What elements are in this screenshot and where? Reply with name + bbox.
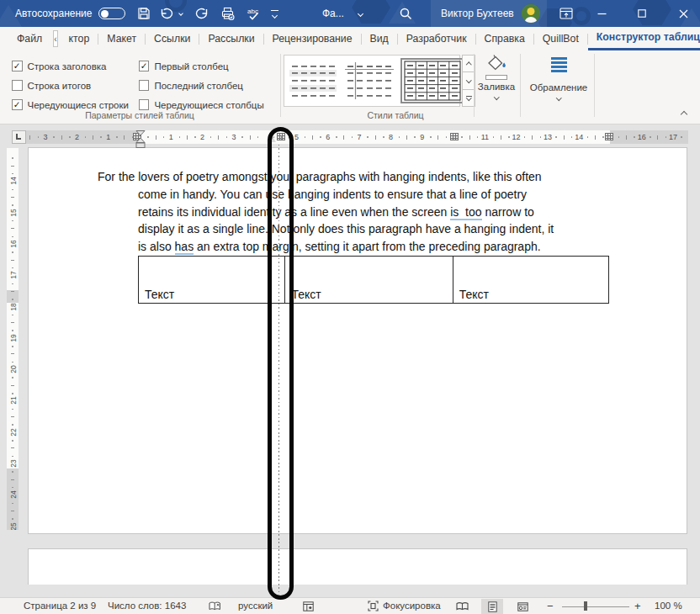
ruler-dot [12,283,13,285]
ribbon-display-button[interactable] [554,0,579,27]
ruler-tick [406,135,407,140]
more-commands-button[interactable] [267,0,282,27]
tab-разработчик[interactable]: Разработчик [398,27,475,50]
table-cell-text: Текст [459,288,489,301]
proofing-errors-button[interactable] [209,601,221,614]
undo-dropdown[interactable] [176,0,186,27]
tab-quillbot[interactable]: QuillBot [534,27,587,50]
read-mode-button[interactable] [451,599,473,614]
left-indent-marker[interactable] [136,143,145,148]
ruler-dot [414,136,416,138]
web-layout-button[interactable] [512,599,533,614]
annotation-highlight-oval [268,127,294,600]
doc-table[interactable]: ТекстТекстТекст [138,256,609,304]
paragraph[interactable]: For the lovers of poetry amongst you, pa… [29,168,688,256]
search-icon [399,7,413,21]
ribbon: ✓Строка заголовкаСтрока итогов✓Чередующи… [0,50,700,124]
focus-label[interactable]: Фокусировка [383,598,441,614]
ruler-dot [12,377,13,378]
minimize-button[interactable] [589,0,614,27]
ruler-dot [602,136,604,138]
page-indicator[interactable]: Страница 2 из 9 [24,598,96,614]
word-count[interactable]: Число слов: 1643 [108,598,186,614]
style-option-checkbox[interactable]: ✓Первый столбец [139,56,264,76]
style-option-checkbox[interactable]: Строка итогов [12,76,129,95]
print-layout-button[interactable] [481,599,503,614]
print-preview-button[interactable] [216,0,238,27]
text-segment: display it as a single line. Not only do… [138,222,554,236]
bottom-margin-band[interactable] [7,468,19,530]
hanging-indent-marker[interactable] [136,138,145,143]
tab-рассылки[interactable]: Рассылки [199,27,262,50]
table-column-marker[interactable] [605,133,613,140]
ruler-dot [53,136,55,138]
row-boundary-band[interactable] [7,290,19,303]
language-indicator[interactable]: русский [238,598,273,614]
tab-справка[interactable]: Справка [476,27,533,50]
horizontal-ruler[interactable]: 432112356789111213141617 [12,130,688,144]
save-button[interactable] [133,0,155,27]
tab-рецензирование[interactable]: Рецензирование [264,27,361,50]
zoom-in-button[interactable]: + [634,598,641,614]
zoom-slider-track[interactable] [562,606,629,608]
ruler-dot [305,136,306,138]
print-preview-icon [220,7,235,21]
tab-scroll-left[interactable]: ‹ [53,30,57,47]
focus-button[interactable] [368,601,379,613]
collapse-ribbon-button[interactable] [681,112,688,119]
document-name-dropdown[interactable] [353,0,367,27]
minimize-icon [597,9,607,19]
zoom-level[interactable]: 100 % [655,598,682,614]
ruler-dot [12,267,13,269]
ruler-dot [493,136,495,138]
close-button[interactable] [671,0,696,27]
next-page[interactable] [28,548,687,585]
header-row-table-style-preview [345,61,394,100]
macro-record-button[interactable] [303,601,314,613]
document-name[interactable]: Фа... [322,0,344,27]
vertical-ruler[interactable]: 141516171819202122232425 [7,148,19,530]
borders-button[interactable]: Обрамление [523,54,594,99]
v-ruler-number: 20 [9,365,18,373]
indent-markers[interactable] [135,130,146,149]
text-segment: is also [138,240,175,253]
tab-макет[interactable]: Макет [98,27,145,50]
user-account[interactable]: Виктор Бухтеев [431,0,547,27]
ruler-dot [210,136,212,138]
search-button[interactable] [394,0,417,27]
table-cell[interactable]: Текст [284,257,452,303]
zoom-slider-thumb[interactable] [584,601,587,611]
table-column-marker[interactable] [450,133,459,140]
style-option-checkbox[interactable]: ✓Строка заголовка [12,56,129,76]
tab-file[interactable]: Файл [8,27,50,50]
ruler-dot [147,136,149,138]
ruler-tick [626,135,627,140]
table-style-plain[interactable] [288,58,338,103]
tab-вид[interactable]: Вид [362,27,397,50]
autosave-toggle[interactable] [98,8,125,19]
ruler-dot [12,299,13,300]
checkbox-label: Чередующиеся строки [28,100,129,110]
table-cell[interactable]: Текст [453,257,608,303]
table-style-grid[interactable] [400,58,464,103]
tab-ктор[interactable]: ктор [61,27,98,50]
zoom-out-button[interactable]: − [547,598,554,614]
maximize-button[interactable] [629,0,655,27]
ruler-tick [11,322,14,323]
undo-button[interactable] [156,0,175,27]
page[interactable]: For the lovers of poetry amongst you, pa… [28,147,687,534]
v-ruler-number: 15 [9,209,18,216]
shading-button[interactable]: Заливка [475,54,517,99]
ruler-tick [375,135,376,140]
spelling-check-button[interactable]: abc [242,0,264,27]
table-style-header-row[interactable] [343,58,395,103]
tab-конструктор-таблиц[interactable]: Конструктор таблиц [588,27,700,50]
tab-selector-box[interactable] [12,130,26,144]
style-option-checkbox[interactable]: Последний столбец [139,76,264,95]
first-line-indent-marker[interactable] [136,131,145,136]
checkbox-checked-icon: ✓ [139,61,150,71]
tab-ссылки[interactable]: Ссылки [146,27,199,50]
redo-button[interactable] [192,0,212,27]
ruler-dot [320,136,321,138]
table-cell[interactable]: Текст [139,257,284,303]
